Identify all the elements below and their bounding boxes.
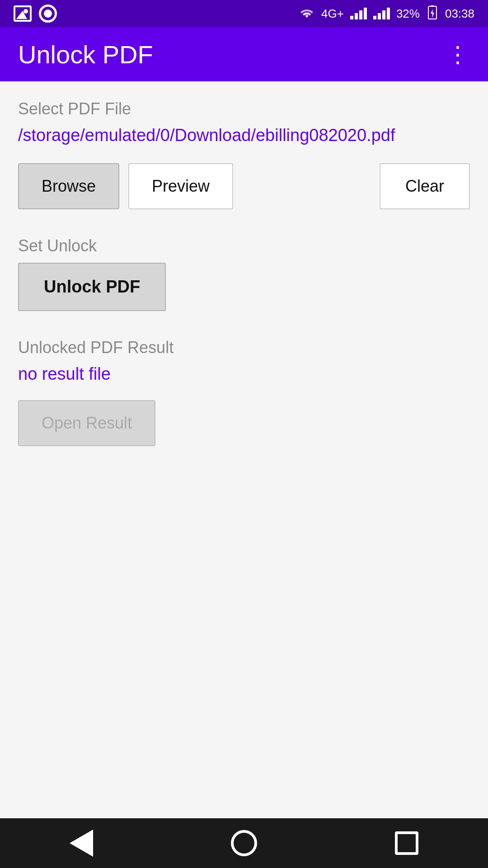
- clear-button[interactable]: Clear: [380, 163, 470, 209]
- select-pdf-section: Select PDF File /storage/emulated/0/Down…: [18, 99, 470, 236]
- home-button[interactable]: [228, 827, 260, 859]
- set-unlock-section: Set Unlock Unlock PDF: [18, 236, 470, 311]
- home-icon: [231, 830, 257, 856]
- app-bar: Unlock PDF ⋮: [0, 27, 488, 81]
- status-bar-left: [14, 5, 57, 23]
- set-unlock-label: Set Unlock: [18, 236, 470, 255]
- result-section: Unlocked PDF Result no result file Open …: [18, 338, 470, 446]
- battery-percentage: 32%: [396, 7, 420, 21]
- network-type: 4G+: [321, 7, 344, 21]
- status-bar: 4G+ 32% 03:38: [0, 0, 488, 27]
- signal-bars: [350, 8, 367, 19]
- time-display: 03:38: [445, 7, 474, 21]
- file-path-display: /storage/emulated/0/Download/ebilling082…: [18, 126, 470, 145]
- recents-button[interactable]: [391, 827, 422, 859]
- nav-bar: [0, 818, 488, 868]
- browse-button[interactable]: Browse: [18, 163, 119, 209]
- status-bar-right: 4G+ 32% 03:38: [299, 5, 474, 22]
- wifi-icon: [299, 7, 315, 20]
- result-file-path: no result file: [18, 364, 470, 384]
- signal-bars-2: [373, 8, 390, 19]
- record-icon: [39, 5, 57, 23]
- unlock-pdf-button[interactable]: Unlock PDF: [18, 263, 166, 311]
- recents-icon: [395, 831, 418, 855]
- file-button-row: Browse Preview Clear: [18, 163, 470, 209]
- preview-button[interactable]: Preview: [128, 163, 233, 209]
- back-button[interactable]: [66, 827, 97, 859]
- back-icon: [70, 830, 93, 857]
- svg-marker-2: [431, 9, 434, 18]
- open-result-button[interactable]: Open Result: [18, 400, 155, 446]
- main-content: Select PDF File /storage/emulated/0/Down…: [0, 81, 488, 818]
- app-title: Unlock PDF: [18, 40, 153, 69]
- battery-icon: [426, 5, 439, 22]
- result-label: Unlocked PDF Result: [18, 338, 470, 357]
- more-vert-icon[interactable]: ⋮: [446, 41, 470, 67]
- svg-rect-1: [431, 5, 434, 6]
- image-icon: [14, 5, 32, 22]
- select-pdf-label: Select PDF File: [18, 99, 470, 118]
